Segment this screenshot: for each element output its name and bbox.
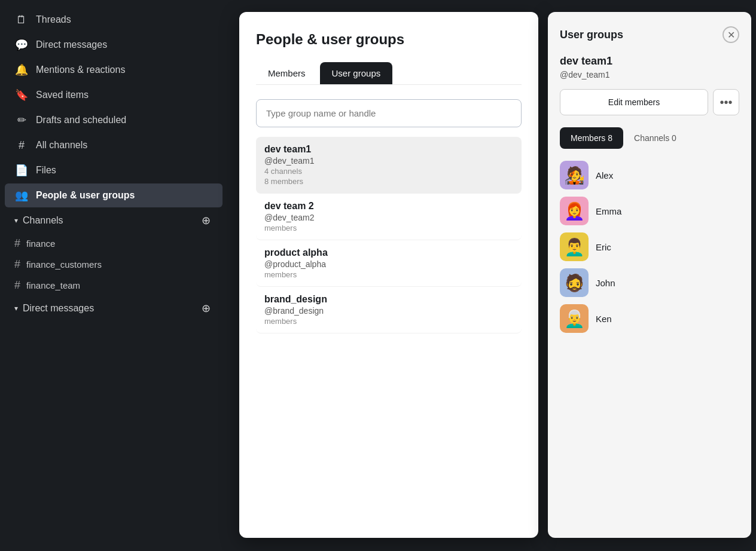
more-options-button[interactable]: ••• [713,89,739,115]
files-icon: 📄 [14,163,29,177]
group-item-name: brand_design [264,294,513,305]
member-name-eric: Eric [596,242,611,252]
group-item-handle: @dev_team2 [264,213,513,222]
sidebar-item-drafts[interactable]: ✏ Drafts and scheduled [5,108,222,132]
group-item-name: product alpha [264,247,513,258]
avatar-john: 🧔 [560,268,589,297]
sidebar-item-finance-customers[interactable]: # finance_customers [5,255,222,274]
chevron-down-icon: ▾ [14,216,18,225]
avatar-eric: 👨‍🦱 [560,232,589,261]
member-item-ken: 👨‍🦳 Ken [560,304,739,333]
sidebar-item-finance[interactable]: # finance [5,234,222,253]
direct-messages-icon: 💬 [14,38,29,52]
direct-messages-section-label: Direct messages [23,303,94,314]
member-name-emma: Emma [596,206,621,216]
group-item-handle: @brand_design [264,306,513,316]
right-panel-header: User groups ✕ [560,26,739,43]
hash-icon: # [14,279,20,292]
group-item-name: dev team1 [264,144,513,155]
sidebar-item-saved-items[interactable]: 🔖 Saved items [5,83,222,107]
member-name-alex: Alex [596,170,613,180]
all-channels-icon: # [14,138,29,152]
sidebar-item-all-channels[interactable]: # All channels [5,133,222,157]
group-detail-handle: @dev_team1 [560,70,739,79]
sidebar-item-label: Drafts and scheduled [36,115,126,125]
direct-messages-section-header[interactable]: ▾ Direct messages ⊕ [5,296,222,320]
channels-section-header[interactable]: ▾ Channels ⊕ [5,209,222,232]
tab-user-groups[interactable]: User groups [320,62,393,84]
main-area: People & user groups Members User groups… [227,0,756,551]
member-item-alex: 🧑‍🎤 Alex [560,161,739,189]
group-list: dev team1 @dev_team1 4 channels 8 member… [256,137,522,333]
sidebar-item-finance-team[interactable]: # finance_team [5,276,222,295]
member-list: 🧑‍🎤 Alex 👩‍🦰 Emma 👨‍🦱 Eric 🧔 John 👨‍🦳 Ke… [560,161,739,333]
tab-channels-count[interactable]: Channels 0 [623,127,687,149]
members-channels-tabs: Members 8 Channels 0 [560,127,739,149]
group-item-dev-team2[interactable]: dev team 2 @dev_team2 members [256,194,522,240]
channel-name: finance_team [26,280,80,290]
hash-icon: # [14,258,20,271]
sidebar-item-label: Mentions & reactions [36,65,125,75]
modal-tab-row: Members User groups [256,62,522,85]
people-icon: 👥 [14,188,29,203]
sidebar-item-direct-messages[interactable]: 💬 Direct messages [5,33,222,57]
more-icon: ••• [720,96,732,109]
sidebar-item-mentions-reactions[interactable]: 🔔 Mentions & reactions [5,58,222,82]
saved-icon: 🔖 [14,88,29,102]
member-name-ken: Ken [596,314,612,324]
member-item-emma: 👩‍🦰 Emma [560,197,739,225]
sidebar-item-label: All channels [36,140,87,151]
group-item-name: dev team 2 [264,201,513,212]
group-item-meta: 4 channels [264,167,513,176]
sidebar-item-label: Saved items [36,90,89,100]
mentions-icon: 🔔 [14,63,29,77]
channel-name: finance [26,238,55,249]
group-item-members: members [264,224,513,232]
edit-members-button[interactable]: Edit members [560,89,708,115]
avatar-emma: 👩‍🦰 [560,197,589,225]
tab-members[interactable]: Members [256,62,318,84]
group-item-product-alpha[interactable]: product alpha @product_alpha members [256,240,522,287]
group-item-dev-team1[interactable]: dev team1 @dev_team1 4 channels 8 member… [256,137,522,194]
member-name-john: John [596,278,615,288]
group-item-handle: @product_alpha [264,259,513,269]
group-item-members: 8 members [264,177,513,186]
avatar-alex: 🧑‍🎤 [560,161,589,189]
sidebar-item-label: Files [36,165,56,176]
sidebar-item-people-user-groups[interactable]: 👥 People & user groups [5,183,222,207]
action-row: Edit members ••• [560,89,739,115]
sidebar-item-label: Direct messages [36,39,107,50]
sidebar-item-label: People & user groups [36,190,135,201]
group-item-members: members [264,317,513,326]
chevron-down-icon: ▾ [14,304,18,313]
tab-members-count[interactable]: Members 8 [560,127,623,149]
member-item-john: 🧔 John [560,268,739,297]
threads-icon: 🗒 [14,13,29,27]
user-groups-right-panel: User groups ✕ dev team1 @dev_team1 Edit … [548,12,751,538]
right-panel-title: User groups [560,29,623,41]
group-item-members: members [264,270,513,279]
group-detail-name: dev team1 [560,55,739,68]
add-channel-button[interactable]: ⊕ [199,213,213,228]
sidebar-item-threads[interactable]: 🗒 Threads [5,8,222,32]
sidebar-item-files[interactable]: 📄 Files [5,158,222,182]
group-item-handle: @dev_team1 [264,156,513,166]
sidebar-item-label: Threads [36,14,71,25]
channel-name: finance_customers [26,259,102,270]
modal-title: People & user groups [256,31,522,48]
member-item-eric: 👨‍🦱 Eric [560,232,739,261]
add-direct-message-button[interactable]: ⊕ [199,301,213,316]
people-user-groups-modal: People & user groups Members User groups… [239,12,538,538]
close-button[interactable]: ✕ [723,26,739,43]
drafts-icon: ✏ [14,113,29,127]
group-item-brand-design[interactable]: brand_design @brand_design members [256,287,522,333]
channels-section-label: Channels [23,215,63,226]
avatar-ken: 👨‍🦳 [560,304,589,333]
sidebar: 🗒 Threads 💬 Direct messages 🔔 Mentions &… [0,0,227,551]
hash-icon: # [14,237,20,250]
search-input[interactable] [256,99,522,127]
